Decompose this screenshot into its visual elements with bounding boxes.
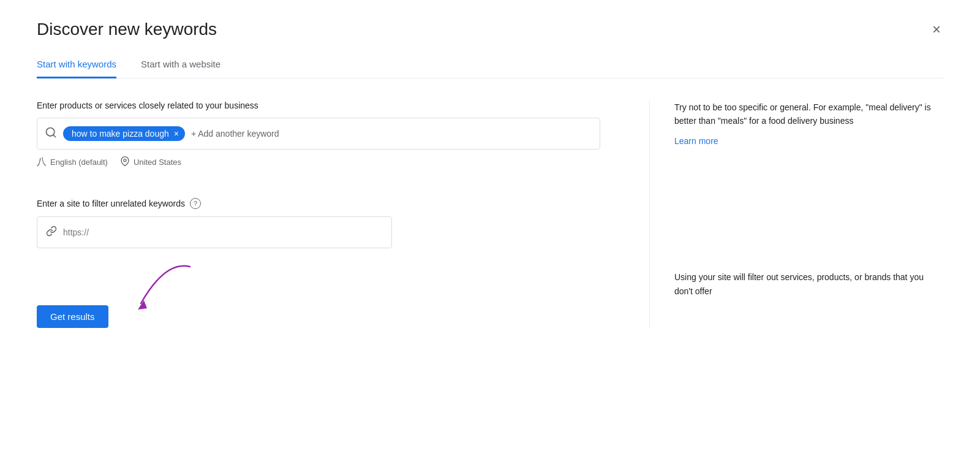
site-tip-section: Using your site will filter out services… (674, 270, 943, 298)
add-keyword-placeholder[interactable]: + Add another keyword (191, 129, 279, 139)
site-tip-text: Using your site will filter out services… (674, 270, 943, 298)
right-panel: Try not to be too specific or general. F… (674, 101, 943, 328)
tab-keywords[interactable]: Start with keywords (37, 51, 116, 78)
tabs-container: Start with keywords Start with a website (37, 51, 943, 78)
url-input[interactable] (63, 227, 383, 237)
search-icon (45, 126, 57, 142)
learn-more-link[interactable]: Learn more (674, 136, 718, 146)
site-filter-label: Enter a site to filter unrelated keyword… (37, 198, 600, 209)
modal-header: Discover new keywords × (37, 20, 943, 39)
language-icon: 八 (37, 156, 47, 169)
chip-close-button[interactable]: × (174, 129, 179, 138)
language-label: English (default) (50, 158, 108, 167)
link-icon (46, 226, 57, 240)
location-icon (120, 156, 130, 169)
svg-point-2 (124, 159, 126, 161)
left-panel: Enter products or services closely relat… (37, 101, 625, 328)
get-results-button[interactable]: Get results (37, 305, 108, 328)
keywords-tip-section: Try not to be too specific or general. F… (674, 101, 943, 148)
section-spacer (37, 169, 600, 198)
site-filter-label-text: Enter a site to filter unrelated keyword… (37, 199, 185, 208)
vertical-divider (649, 101, 650, 328)
close-button[interactable]: × (930, 20, 943, 39)
site-filter-section: Enter a site to filter unrelated keyword… (37, 198, 600, 248)
keywords-section-label: Enter products or services closely relat… (37, 101, 600, 110)
arrow-area: Get results (37, 267, 600, 328)
keywords-section: Enter products or services closely relat… (37, 101, 600, 169)
location-item: United States (120, 156, 181, 169)
tab-website[interactable]: Start with a website (141, 51, 221, 78)
modal-title: Discover new keywords (37, 20, 217, 39)
keyword-input-box[interactable]: how to make pizza dough × + Add another … (37, 118, 600, 150)
location-row: 八 English (default) United States (37, 156, 600, 169)
keyword-chip: how to make pizza dough × (63, 126, 185, 141)
modal-container: Discover new keywords × Start with keywo… (12, 0, 968, 472)
language-item: 八 English (default) (37, 156, 108, 169)
content-area: Enter products or services closely relat… (37, 101, 943, 328)
svg-line-1 (53, 134, 56, 137)
arrow-svg (104, 261, 202, 316)
location-label: United States (134, 158, 181, 167)
keyword-chip-text: how to make pizza dough (72, 129, 169, 139)
keywords-tip-text: Try not to be too specific or general. F… (674, 101, 943, 128)
help-icon[interactable]: ? (190, 198, 201, 209)
url-input-box[interactable] (37, 216, 392, 248)
